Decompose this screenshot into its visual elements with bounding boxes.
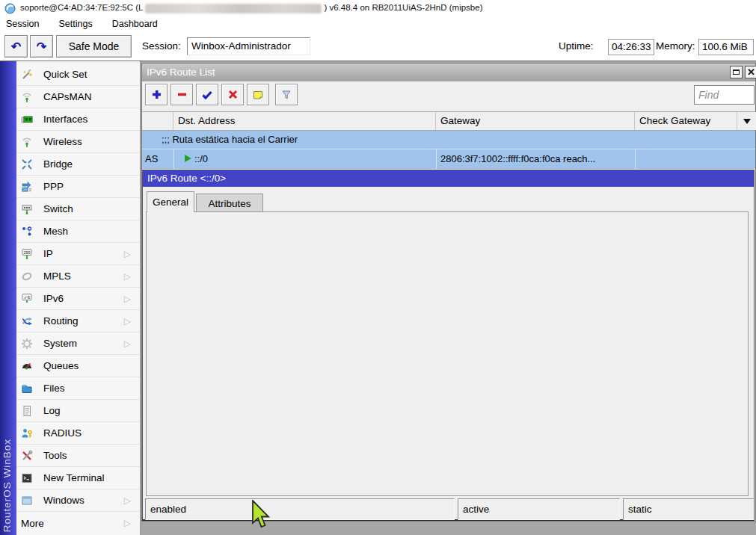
tab-attributes[interactable]: Attributes [196, 194, 263, 212]
session-label: Session: [142, 40, 181, 52]
sidebar-item-capsman[interactable]: CAPsMAN [16, 86, 140, 108]
redo-icon: ↷ [37, 40, 46, 54]
sidebar-item-mesh[interactable]: Mesh [16, 220, 140, 243]
sidebar-item-bridge[interactable]: Bridge [16, 153, 140, 176]
terminal-icon [21, 472, 33, 484]
sidebar-item-wireless[interactable]: Wireless [16, 131, 140, 153]
route-flags: AS [145, 153, 158, 164]
tab-general[interactable]: General [147, 191, 194, 212]
status-active: active [458, 498, 620, 520]
menu-settings[interactable]: Settings [58, 17, 99, 31]
interfaces-icon [21, 114, 33, 126]
column-select-icon [743, 119, 751, 124]
sidebar-item-ip[interactable]: 255 IP ▷ [16, 243, 140, 265]
system-gear-icon [21, 338, 33, 350]
uptime-value: 04:26:33 [608, 39, 654, 55]
maximize-icon [733, 69, 740, 75]
route-list-toolbar [142, 81, 755, 111]
sidebar-item-more[interactable]: More ▷ [16, 512, 140, 534]
safe-mode-button[interactable]: Safe Mode [56, 35, 132, 58]
brand-strip: RouterOS WinBox [0, 61, 16, 535]
menu-session[interactable]: Session [6, 17, 46, 31]
close-button[interactable]: ✕ [745, 66, 756, 78]
tools-icon [21, 450, 33, 462]
capsman-icon [21, 91, 33, 103]
sidebar-item-log[interactable]: Log [16, 400, 140, 422]
sidebar-item-routing[interactable]: Routing ▷ [16, 310, 140, 333]
maximize-button[interactable] [730, 66, 743, 78]
submenu-arrow-icon: ▷ [124, 271, 131, 282]
sidebar: Quick Set CAPsMAN Interfaces Wireless Br… [16, 61, 141, 535]
column-header-gateway[interactable]: Gateway [436, 112, 635, 130]
sidebar-item-radius[interactable]: RADIUS [16, 422, 140, 445]
dialog-content-area [146, 211, 749, 496]
route-table-header: Dst. Address Gateway Check Gateway [142, 111, 755, 131]
memory-value: 100.6 MiB [698, 39, 754, 55]
sidebar-item-switch[interactable]: Switch [16, 198, 140, 220]
undo-button[interactable]: ↶ [4, 35, 28, 58]
wireless-icon [21, 136, 33, 148]
route-row[interactable]: AS ::/0 2806:3f7:1002::ffff:f0ca:f0ca re… [142, 149, 755, 169]
redo-button[interactable]: ↷ [30, 35, 53, 58]
uptime-label: Uptime: [559, 40, 594, 52]
enable-route-button[interactable] [196, 84, 218, 105]
sidebar-item-tools[interactable]: Tools [16, 445, 140, 467]
route-gateway: 2806:3f7:1002::ffff:f0ca:f0ca reach... [440, 153, 595, 164]
sidebar-item-quick-set[interactable]: Quick Set [16, 64, 140, 86]
mesh-icon [21, 226, 33, 238]
route-list-titlebar[interactable]: IPv6 Route List [142, 64, 755, 81]
submenu-arrow-icon: ▷ [124, 495, 131, 506]
sidebar-item-mpls[interactable]: MPLS ▷ [16, 265, 140, 288]
route-comment-text: ;;; Ruta estática hacia el Carrier [162, 134, 298, 145]
column-header-flags[interactable] [142, 112, 173, 130]
mpls-icon [21, 270, 33, 282]
memory-label: Memory: [656, 40, 695, 52]
sidebar-item-ppp[interactable]: PPP [16, 176, 140, 198]
bridge-icon [21, 158, 33, 170]
column-header-dst-address[interactable]: Dst. Address [173, 112, 436, 130]
add-route-button[interactable] [145, 84, 168, 105]
column-select-button[interactable] [737, 112, 756, 130]
ipv6-icon: ✓6 [21, 293, 33, 305]
disable-route-button[interactable] [221, 84, 244, 105]
sidebar-item-windows[interactable]: Windows ▷ [16, 489, 140, 512]
comment-note-icon [252, 89, 264, 101]
find-input[interactable] [694, 85, 755, 105]
submenu-arrow-icon: ▷ [124, 316, 131, 327]
window-title: soporte@C4:AD:34:7E:92:5C (L) v6.48.4 on… [20, 3, 482, 13]
ipv6-route-dialog: IPv6 Route <::/0> General Attributes Dst… [142, 170, 755, 521]
redacted-identity [145, 4, 322, 13]
column-header-check-gateway[interactable]: Check Gateway [635, 112, 737, 130]
sidebar-item-system[interactable]: System ▷ [16, 333, 140, 355]
disable-x-icon [227, 89, 239, 100]
windows-icon [21, 495, 33, 507]
submenu-arrow-icon: ▷ [124, 338, 131, 349]
sidebar-item-interfaces[interactable]: Interfaces [16, 108, 140, 131]
status-static: static [623, 498, 754, 520]
sidebar-item-ipv6[interactable]: ✓6 IPv6 ▷ [16, 288, 140, 310]
menu-dashboard[interactable]: Dashboard [112, 17, 165, 31]
ip-icon: 255 [21, 248, 33, 260]
sidebar-item-new-terminal[interactable]: New Terminal [16, 467, 140, 489]
status-enabled: enabled [145, 498, 455, 520]
switch-icon [21, 203, 33, 215]
remove-route-button[interactable] [170, 84, 193, 105]
close-icon: ✕ [747, 67, 755, 77]
add-icon [151, 89, 162, 100]
route-dst-address: ::/0 [194, 153, 208, 164]
ppp-icon [21, 181, 33, 193]
remove-icon [176, 89, 188, 100]
session-field[interactable]: Winbox-Administrador [187, 37, 310, 55]
route-comment-row[interactable]: ;;; Ruta estática hacia el Carrier [142, 131, 755, 149]
menubar: Session Settings Dashboard [0, 16, 756, 31]
filter-button[interactable] [275, 84, 298, 105]
comment-button[interactable] [247, 84, 269, 105]
submenu-arrow-icon: ▷ [124, 518, 131, 528]
sidebar-item-queues[interactable]: Queues [16, 355, 140, 377]
sidebar-item-files[interactable]: Files [16, 377, 140, 400]
winbox-app-icon [4, 3, 16, 14]
quick-set-icon [21, 69, 33, 81]
svg-text:✓6: ✓6 [24, 294, 31, 299]
dialog-titlebar[interactable]: IPv6 Route <::/0> [143, 170, 754, 187]
main-toolbar: ↶ ↷ Safe Mode Session: Winbox-Administra… [0, 31, 756, 61]
